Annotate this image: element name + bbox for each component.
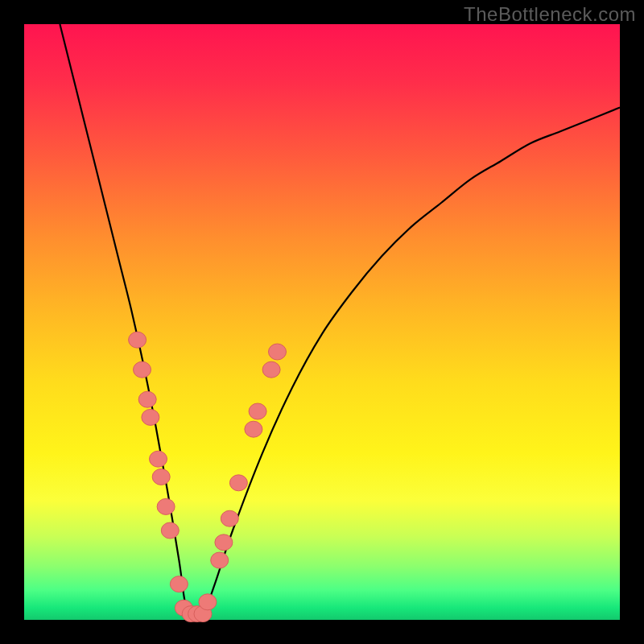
data-marker [134,361,151,378]
data-markers [129,332,287,621]
watermark-text: TheBottleneck.com [464,3,636,26]
data-marker [262,361,280,378]
data-marker [269,344,287,360]
data-marker [211,552,229,568]
data-marker [142,409,159,425]
data-marker [249,403,266,419]
bottleneck-curve [60,24,620,617]
data-marker [129,332,147,348]
data-marker [157,498,175,514]
data-marker [199,594,217,610]
data-marker [215,535,233,551]
data-marker [170,576,188,592]
data-marker [150,451,167,467]
plot-area [24,24,620,620]
data-marker [221,510,238,526]
data-marker [229,475,247,491]
data-marker [245,421,262,437]
data-marker [152,469,170,485]
curve-svg [24,24,620,620]
data-marker [161,522,179,539]
data-marker [138,391,156,407]
chart-frame: TheBottleneck.com [0,0,644,644]
